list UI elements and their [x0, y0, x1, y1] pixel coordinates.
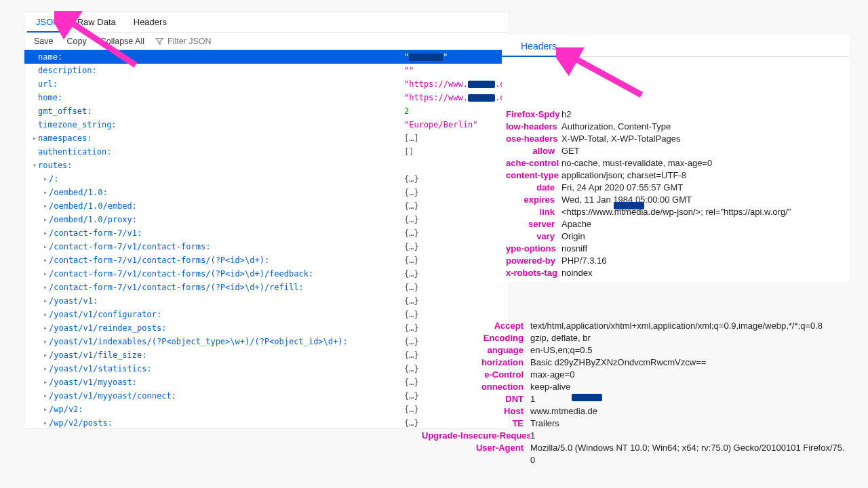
- header-value: en-US,en;q=0.5: [530, 344, 845, 357]
- expand-toggle-icon[interactable]: ▸: [31, 131, 38, 145]
- header-name: DNT: [422, 393, 530, 405]
- header-name: low-headers: [506, 121, 561, 133]
- json-key: /contact-form-7/v1/contact-forms/(?P<id>…: [49, 281, 304, 294]
- json-key: /contact-form-7/v1/contact-forms/(?P<id>…: [49, 267, 313, 281]
- redaction-box: [468, 81, 495, 88]
- json-value: {…}: [404, 226, 509, 240]
- expand-toggle-icon[interactable]: ▸: [42, 321, 49, 335]
- tab-response-headers[interactable]: Headers: [502, 37, 568, 57]
- json-row[interactable]: url:"https://www..de": [24, 77, 509, 91]
- json-value: "": [404, 64, 509, 77]
- header-name: date: [506, 182, 561, 194]
- copy-button[interactable]: Copy: [60, 35, 94, 48]
- json-row[interactable]: authentication:[]: [24, 145, 509, 159]
- json-key: description:: [38, 64, 97, 77]
- expand-toggle-icon[interactable]: ▸: [42, 226, 49, 240]
- header-name: x-robots-tag: [506, 267, 561, 279]
- header-row: link<https://www.mtmedia.de/wp-json/>; r…: [502, 206, 849, 218]
- json-row[interactable]: timezone_string:"Europe/Berlin": [24, 118, 509, 131]
- header-value: noindex: [561, 267, 845, 279]
- save-button[interactable]: Save: [27, 35, 60, 48]
- header-name: expires: [506, 194, 561, 206]
- json-value: {…}: [404, 240, 509, 253]
- json-key: /yoast/v1/configurator:: [49, 308, 161, 321]
- json-value: "https://www..de": [404, 91, 509, 104]
- tab-json[interactable]: JSON: [27, 13, 68, 33]
- header-name: allow: [506, 145, 561, 157]
- filter-json-input[interactable]: [166, 36, 248, 47]
- collapse-all-button[interactable]: Collapse All: [94, 35, 151, 48]
- expand-toggle-icon[interactable]: ▸: [42, 348, 49, 362]
- json-row[interactable]: ▸/oembed/1.0/proxy:{…}: [24, 213, 509, 226]
- json-value: {…}: [404, 253, 509, 267]
- filter-wrap: [151, 36, 252, 47]
- expand-toggle-icon[interactable]: ▸: [42, 172, 49, 186]
- request-headers-list: Accepttext/html,application/xhtml+xml,ap…: [418, 317, 849, 469]
- json-value: "https://www..de": [404, 77, 509, 91]
- json-key: timezone_string:: [38, 118, 117, 131]
- header-value: GET: [561, 145, 845, 157]
- expand-toggle-icon[interactable]: ▸: [42, 294, 49, 308]
- json-key: gmt_offset:: [38, 104, 92, 118]
- json-row[interactable]: name:"": [24, 50, 509, 64]
- json-row[interactable]: ▸/contact-form-7/v1/contact-forms:{…}: [24, 240, 509, 253]
- json-key: /yoast/v1/file_size:: [49, 348, 147, 362]
- expand-toggle-icon[interactable]: ▸: [42, 375, 49, 389]
- json-row[interactable]: ▸/contact-form-7/v1/contact-forms/(?P<id…: [24, 253, 509, 267]
- json-value: {…}: [404, 186, 509, 199]
- redaction-box: [572, 394, 602, 401]
- json-row[interactable]: home:"https://www..de": [24, 91, 509, 104]
- header-name: Encoding: [422, 332, 530, 344]
- expand-toggle-icon[interactable]: ▸: [42, 389, 49, 403]
- json-row[interactable]: ▸namespaces:[…]: [24, 131, 509, 145]
- expand-toggle-icon[interactable]: ▸: [42, 213, 49, 226]
- expand-toggle-icon[interactable]: ▸: [42, 308, 49, 321]
- expand-toggle-icon[interactable]: ▸: [42, 240, 49, 253]
- json-key: /yoast/v1:: [49, 294, 98, 308]
- header-value: Wed, 11 Jan 1984 05:00:00 GMT: [561, 194, 845, 206]
- filter-icon: [155, 37, 163, 45]
- expand-toggle-icon[interactable]: ▸: [42, 403, 49, 416]
- redaction-box: [468, 94, 495, 102]
- header-row: content-typeapplication/json; charset=UT…: [502, 169, 849, 182]
- expand-toggle-icon[interactable]: ▸: [42, 335, 49, 348]
- expand-toggle-icon[interactable]: ▸: [42, 416, 49, 430]
- expand-toggle-icon[interactable]: ▸: [42, 267, 49, 281]
- header-value: Basic d29yZHByZXNzOndvcmRwcmVzcw==: [530, 357, 845, 369]
- json-value: {…}: [404, 281, 509, 294]
- header-name: ache-control: [506, 157, 561, 169]
- expand-toggle-icon[interactable]: ▸: [42, 253, 49, 267]
- json-row[interactable]: ▸/:{…}: [24, 172, 509, 186]
- json-value: {…}: [404, 199, 509, 213]
- json-key: /oembed/1.0:: [49, 186, 108, 199]
- json-row[interactable]: ▸/oembed/1.0:{…}: [24, 186, 509, 199]
- header-row: Hostwww.mtmedia.de: [418, 405, 849, 418]
- json-row[interactable]: ▸/oembed/1.0/embed:{…}: [24, 199, 509, 213]
- json-row[interactable]: description:"": [24, 64, 509, 77]
- expand-toggle-icon[interactable]: ▸: [42, 362, 49, 375]
- expand-toggle-icon[interactable]: ▸: [42, 281, 49, 294]
- json-value: []: [404, 145, 509, 159]
- json-row[interactable]: ▸/yoast/v1:{…}: [24, 294, 509, 308]
- expand-toggle-icon[interactable]: ▸: [42, 199, 49, 213]
- json-row[interactable]: ▸/contact-form-7/v1:{…}: [24, 226, 509, 240]
- json-row[interactable]: gmt_offset:2: [24, 104, 509, 118]
- expand-toggle-icon[interactable]: ▸: [42, 186, 49, 199]
- header-row: horizationBasic d29yZHByZXNzOndvcmRwcmVz…: [418, 357, 849, 369]
- json-key: name:: [38, 50, 62, 64]
- header-row: anguageen-US,en;q=0.5: [418, 344, 849, 357]
- json-row[interactable]: ▸/contact-form-7/v1/contact-forms/(?P<id…: [24, 267, 509, 281]
- tab-raw-data[interactable]: Raw Data: [68, 13, 125, 31]
- json-value: {…}: [404, 213, 509, 226]
- tab-headers[interactable]: Headers: [125, 13, 176, 31]
- header-name: e-Control: [422, 369, 530, 381]
- json-key: /contact-form-7/v1:: [49, 226, 142, 240]
- json-key: /yoast/v1/myyoast/connect:: [49, 389, 176, 403]
- json-row[interactable]: ▸/contact-form-7/v1/contact-forms/(?P<id…: [24, 281, 509, 294]
- json-key: /:: [49, 172, 58, 186]
- header-value: PHP/7.3.16: [561, 255, 845, 267]
- expand-toggle-icon[interactable]: ▾: [31, 159, 38, 172]
- header-row: Firefox-Spdyh2: [502, 108, 849, 121]
- json-row[interactable]: ▾routes:: [24, 159, 509, 172]
- json-value: 2: [404, 104, 509, 118]
